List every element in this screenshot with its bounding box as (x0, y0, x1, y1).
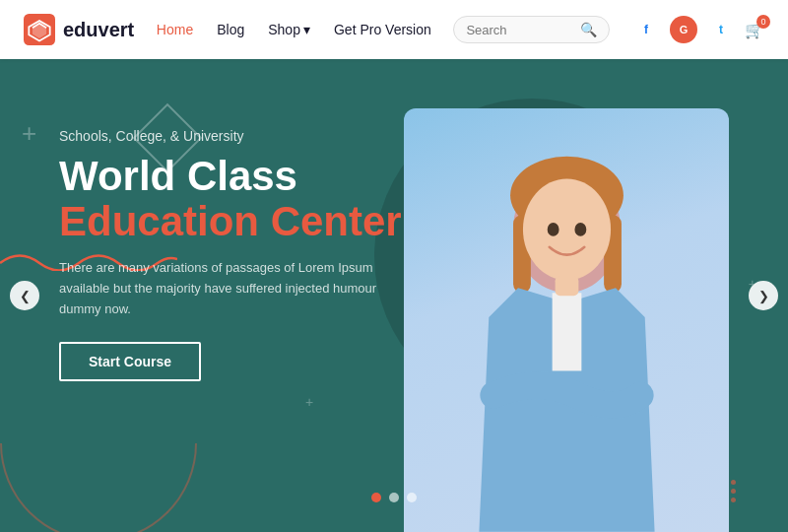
slider-arrow-left[interactable]: ❮ (10, 281, 39, 310)
social-icons: f G t 🛒 0 (632, 16, 764, 43)
hero-title-orange: Education Center (59, 198, 402, 244)
hero-image (404, 108, 729, 532)
nav-pro[interactable]: Get Pro Version (334, 22, 431, 37)
hero-title-white: World Class (59, 153, 297, 199)
hero-description: There are many variations of passages of… (59, 258, 394, 319)
hero-subtitle: Schools, College, & University (59, 128, 402, 144)
svg-rect-12 (555, 277, 578, 297)
cart-badge: 0 (756, 15, 770, 29)
google-icon[interactable]: G (670, 16, 697, 43)
hero-section: + + + + + + Schools, College, & Universi… (0, 59, 788, 532)
deco-arc (0, 443, 197, 532)
nav-home[interactable]: Home (157, 22, 193, 37)
hero-title: World Class Education Center (59, 154, 402, 244)
nav-blog[interactable]: Blog (217, 22, 244, 37)
search-input[interactable] (466, 23, 574, 37)
hero-content: Schools, College, & University World Cla… (59, 128, 402, 381)
slider-arrow-right[interactable]: ❯ (749, 281, 778, 310)
start-course-button[interactable]: Start Course (59, 342, 201, 381)
hero-person-bg (404, 108, 729, 532)
slider-dot-1[interactable] (371, 493, 381, 502)
slider-dot-3[interactable] (407, 493, 417, 502)
logo-icon (24, 14, 55, 45)
nav-links: Home Blog Shop ▾ Get Pro Version (157, 22, 431, 37)
svg-point-8 (522, 179, 610, 281)
slider-dot-2[interactable] (389, 493, 399, 502)
deco-plus-sm3: + (305, 394, 313, 410)
logo[interactable]: eduvert (24, 14, 134, 45)
chevron-down-icon: ▾ (303, 22, 310, 37)
navbar: eduvert Home Blog Shop ▾ Get Pro Version… (0, 0, 788, 59)
deco-plus-large: + (22, 120, 36, 146)
person-silhouette (421, 122, 713, 532)
twitter-icon[interactable]: t (707, 16, 735, 43)
nav-shop[interactable]: Shop ▾ (268, 22, 310, 37)
search-button[interactable]: 🔍 (580, 22, 597, 37)
svg-point-10 (574, 223, 586, 236)
facebook-icon[interactable]: f (632, 16, 660, 43)
logo-text: eduvert (63, 19, 134, 41)
search-bar: 🔍 (453, 16, 610, 43)
cart-icon[interactable]: 🛒 0 (745, 21, 764, 39)
svg-rect-11 (552, 293, 581, 370)
slider-dots (371, 493, 417, 502)
svg-point-9 (547, 223, 558, 236)
